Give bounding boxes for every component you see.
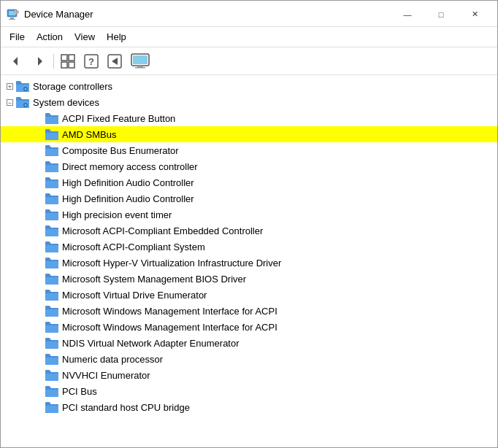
svg-rect-7 xyxy=(16,13,17,15)
list-item[interactable]: Microsoft ACPI-Compliant System xyxy=(1,239,497,255)
list-item[interactable]: High Definition Audio Controller xyxy=(1,190,497,206)
list-item[interactable]: NVVHCI Enumerator xyxy=(1,367,497,383)
svg-rect-3 xyxy=(9,19,15,20)
svg-rect-23 xyxy=(135,67,145,69)
menu-file[interactable]: File xyxy=(4,29,31,45)
back-button[interactable] xyxy=(5,51,27,72)
list-item[interactable]: Microsoft Windows Management Interface f… xyxy=(1,303,497,319)
item-label: System devices xyxy=(33,97,99,108)
list-item[interactable]: Microsoft Windows Management Interface f… xyxy=(1,319,497,335)
list-item[interactable]: Microsoft Virtual Drive Enumerator xyxy=(1,287,497,303)
title-bar-icon xyxy=(7,8,20,21)
svg-rect-21 xyxy=(133,55,148,64)
item-label: NDIS Virtual Network Adapter Enumerator xyxy=(62,338,240,349)
svg-rect-6 xyxy=(16,9,17,11)
item-label: AMD SMBus xyxy=(62,129,116,140)
svg-marker-19 xyxy=(112,58,118,65)
item-label: High precision event timer xyxy=(62,209,172,220)
expand-icon: + xyxy=(4,80,15,92)
item-label: Microsoft System Management BIOS Driver xyxy=(62,274,246,285)
item-label: PCI standard host CPU bridge xyxy=(62,402,190,413)
list-item[interactable]: ACPI Fixed Feature Button xyxy=(1,110,497,126)
menu-help[interactable]: Help xyxy=(101,29,132,45)
title-bar-controls: — □ ✕ xyxy=(391,4,491,25)
list-item[interactable]: High Definition Audio Controller xyxy=(1,174,497,190)
svg-rect-12 xyxy=(61,55,67,61)
item-label: Microsoft Windows Management Interface f… xyxy=(62,322,277,333)
main-content: + Storage controllers − xyxy=(1,75,497,447)
svg-rect-9 xyxy=(18,12,19,12)
item-label: Microsoft Virtual Drive Enumerator xyxy=(62,290,207,301)
item-label: ACPI Fixed Feature Button xyxy=(62,113,175,124)
item-label: High Definition Audio Controller xyxy=(62,177,194,188)
close-button[interactable]: ✕ xyxy=(458,4,491,25)
item-label: Numeric data processor xyxy=(62,354,163,365)
svg-text:+: + xyxy=(7,83,11,90)
svg-rect-2 xyxy=(10,18,14,19)
monitor-button[interactable] xyxy=(127,51,153,72)
item-label: Storage controllers xyxy=(33,81,112,92)
list-item[interactable]: PCI Bus xyxy=(1,383,497,399)
svg-point-31 xyxy=(25,104,26,105)
title-bar: Device Manager — □ ✕ xyxy=(1,1,497,27)
item-label: NVVHCI Enumerator xyxy=(62,370,150,381)
help-button[interactable]: ? xyxy=(80,51,102,72)
svg-marker-11 xyxy=(38,57,42,66)
svg-rect-8 xyxy=(15,12,16,12)
list-item[interactable]: PCI standard host CPU bridge xyxy=(1,399,497,415)
list-item[interactable]: AMD SMBus xyxy=(1,126,497,142)
item-label: Microsoft Windows Management Interface f… xyxy=(62,306,277,317)
item-label: High Definition Audio Controller xyxy=(62,193,194,204)
list-item[interactable]: NDIS Virtual Network Adapter Enumerator xyxy=(1,335,497,351)
menu-action[interactable]: Action xyxy=(31,29,69,45)
list-item[interactable]: Direct memory access controller xyxy=(1,158,497,174)
minimize-button[interactable]: — xyxy=(391,4,424,25)
list-item[interactable]: Composite Bus Enumerator xyxy=(1,142,497,158)
expand-icon: − xyxy=(4,96,15,108)
forward-button[interactable] xyxy=(28,51,50,72)
list-item[interactable]: Microsoft System Management BIOS Driver xyxy=(1,271,497,287)
svg-point-5 xyxy=(15,11,17,12)
item-label: Microsoft Hyper-V Virtualization Infrast… xyxy=(62,258,281,269)
item-label: Microsoft ACPI-Compliant System xyxy=(62,242,205,252)
svg-rect-14 xyxy=(61,62,67,68)
svg-text:?: ? xyxy=(88,56,94,67)
svg-point-27 xyxy=(25,88,26,89)
toolbar-separator-1 xyxy=(53,54,54,69)
svg-rect-13 xyxy=(69,55,74,61)
list-item[interactable]: Microsoft ACPI-Compliant Embedded Contro… xyxy=(1,223,497,239)
item-label: Microsoft ACPI-Compliant Embedded Contro… xyxy=(62,225,263,236)
list-item[interactable]: High precision event timer xyxy=(1,206,497,223)
device-manager-window: Device Manager — □ ✕ File Action View He… xyxy=(0,0,498,448)
svg-marker-10 xyxy=(13,57,18,66)
show-hide-button[interactable] xyxy=(57,51,79,72)
item-label: Composite Bus Enumerator xyxy=(62,145,179,156)
toolbar: ? xyxy=(1,47,497,75)
item-label: Direct memory access controller xyxy=(62,161,198,172)
menu-bar: File Action View Help xyxy=(1,27,497,47)
list-item[interactable]: Numeric data processor xyxy=(1,351,497,367)
svg-rect-22 xyxy=(137,66,143,67)
menu-view[interactable]: View xyxy=(69,29,101,45)
svg-rect-15 xyxy=(69,62,74,68)
tree-view[interactable]: + Storage controllers − xyxy=(1,75,497,447)
maximize-button[interactable]: □ xyxy=(424,4,458,25)
list-item[interactable]: Microsoft Hyper-V Virtualization Infrast… xyxy=(1,255,497,271)
window-title: Device Manager xyxy=(24,9,391,20)
item-label: PCI Bus xyxy=(62,386,97,397)
list-item[interactable]: − System devices xyxy=(1,94,497,110)
svg-text:−: − xyxy=(7,99,11,106)
list-item[interactable]: + Storage controllers xyxy=(1,78,497,94)
update-driver-button[interactable] xyxy=(104,51,126,72)
